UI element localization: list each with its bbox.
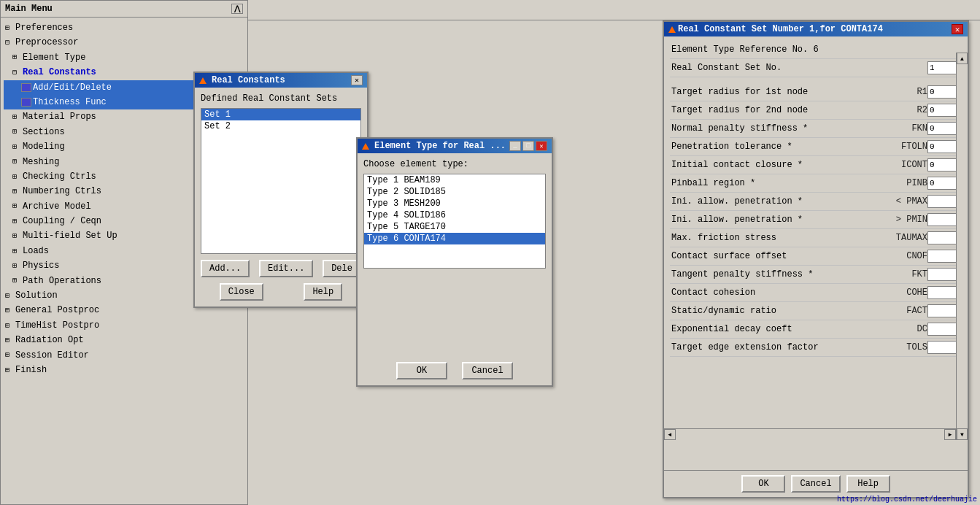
label-preprocessor: Preprocessor — [15, 35, 78, 50]
rc-action-buttons: Add... Edit... Dele — [201, 260, 361, 277]
et-type-5[interactable]: Type 5 TARGE170 — [364, 221, 545, 233]
icon-add-edit-delete — [21, 83, 31, 92]
et-ok-btn[interactable]: OK — [396, 362, 447, 379]
expander-checking-ctrls: ⊞ — [12, 171, 21, 183]
label-numbering-ctrls: Numbering Ctrls — [23, 184, 101, 198]
rcs-row-pinb: Pinball region * PINB — [670, 174, 962, 193]
et-close-btn[interactable]: ✕ — [536, 141, 547, 151]
rc-add-btn[interactable]: Add... — [201, 260, 250, 277]
label-archive-model: Archive Model — [23, 199, 91, 214]
label-checking-ctrls: Checking Ctrls — [23, 169, 96, 184]
expander-timehist-postpro: ⊞ — [5, 320, 14, 332]
label-loads: Loads — [23, 244, 49, 258]
sidebar-item-session-editor[interactable]: ⊞ Session Editor — [4, 348, 244, 363]
et-cancel-btn[interactable]: Cancel — [462, 362, 513, 379]
et-maximize-btn[interactable]: □ — [522, 141, 534, 151]
rcs-abbr-cnof: CNOF — [880, 251, 927, 261]
rcs-row-pmax: Ini. allow. penetration * < PMAX — [670, 193, 962, 211]
sidebar-item-preferences[interactable]: ⊞ Preferences — [4, 20, 244, 35]
main-menu-titlebar: Main Menu ⋀ — [1, 1, 247, 18]
sidebar-item-element-type[interactable]: ⊞ Element Type — [4, 50, 244, 65]
sidebar-item-radiation-opt[interactable]: ⊞ Radiation Opt — [4, 333, 244, 347]
rcs-label-r2: Target radius for 2nd node — [671, 105, 880, 115]
rcs-hscrollbar[interactable]: ◄ ► — [664, 428, 956, 440]
expander-coupling-ceqn: ⊞ — [12, 215, 21, 228]
expander-radiation-opt: ⊞ — [5, 334, 14, 347]
et-type-6[interactable]: Type 6 CONTA174 — [364, 233, 545, 244]
rcs-close-btn[interactable]: ✕ — [952, 24, 963, 34]
rcs-label-dc: Exponential decay coeft — [671, 324, 880, 334]
menu-collapse-btn[interactable]: ⋀ — [231, 4, 243, 14]
rc-bottom-buttons: Close Help — [201, 283, 361, 301]
et-type-3[interactable]: Type 3 MESH200 — [364, 198, 545, 209]
rcs-scrollbar[interactable]: ▲ ▼ — [956, 53, 968, 440]
expander-material-props: ⊞ — [12, 111, 21, 123]
et-type-2[interactable]: Type 2 SOLID185 — [364, 186, 545, 198]
rcs-label-cohe: Contact cohesion — [671, 288, 880, 298]
rcs-footer: OK Cancel Help — [664, 470, 968, 497]
sidebar-item-preprocessor[interactable]: ⊟ Preprocessor — [4, 35, 244, 50]
rcs-abbr-taumax: TAUMAX — [880, 233, 927, 243]
sidebar-item-finish[interactable]: ⊞ Finish — [4, 363, 244, 377]
rcs-abbr-dc: DC — [880, 324, 927, 334]
rcs-label-pmin: Ini. allow. penetration * — [671, 215, 880, 225]
rcs-ok-btn[interactable]: OK — [741, 475, 785, 493]
rcs-row-r2: Target radius for 2nd node R2 — [670, 101, 962, 120]
label-material-props: Material Props — [23, 109, 96, 124]
rcs-row-taumax: Max. friction stress TAUMAX — [670, 229, 962, 247]
et-type-1[interactable]: Type 1 BEAM189 — [364, 174, 545, 186]
rcs-label-ftoln: Penetration tolerance * — [671, 142, 880, 152]
sidebar-item-timehist-postpro[interactable]: ⊞ TimeHist Postpro — [4, 318, 244, 333]
expander-preferences: ⊞ — [5, 22, 14, 34]
rcs-row-fkn: Normal penalty stiffness * FKN — [670, 120, 962, 138]
rc-help-btn[interactable]: Help — [304, 283, 342, 301]
expander-element-type: ⊞ — [12, 51, 21, 63]
rcs-label-set-no: Real Constant Set No. — [671, 63, 880, 73]
real-constants-dialog: Real Constants ✕ Defined Real Constant S… — [193, 72, 369, 308]
main-menu-title: Main Menu — [5, 4, 53, 14]
real-constants-close-btn[interactable]: ✕ — [351, 75, 363, 85]
rcs-label-tols: Target edge extension factor — [671, 342, 880, 352]
et-label: Choose element type: — [363, 159, 546, 169]
rc-close-btn[interactable]: Close — [220, 283, 263, 301]
expander-physics: ⊞ — [12, 260, 21, 272]
rcs-label-taumax: Max. friction stress — [671, 233, 880, 243]
rcs-row-r1: Target radius for 1st node R1 — [670, 83, 962, 101]
et-type-4[interactable]: Type 4 SOLID186 — [364, 209, 545, 221]
rcs-row-cnof: Contact surface offset CNOF — [670, 247, 962, 266]
label-physics: Physics — [23, 258, 59, 273]
label-modeling: Modeling — [23, 139, 65, 154]
label-multi-field: Multi-field Set Up — [23, 228, 117, 243]
rcs-help-btn[interactable]: Help — [846, 475, 890, 493]
et-minimize-btn[interactable]: _ — [509, 141, 521, 151]
rcs-abbr-fact: FACT — [880, 306, 927, 316]
et-list-box[interactable]: Type 1 BEAM189 Type 2 SOLID185 Type 3 ME… — [363, 174, 546, 269]
rcs-row-tols: Target edge extension factor TOLS — [670, 339, 962, 357]
element-type-titlebar: Element Type for Real ... _ □ ✕ — [358, 139, 552, 153]
label-session-editor: Session Editor — [15, 348, 89, 363]
rcs-scroll-up-btn[interactable]: ▲ — [957, 53, 968, 64]
rcs-hscroll-left-btn[interactable]: ◄ — [664, 429, 676, 440]
ansys-logo-et — [362, 143, 369, 150]
rc-set-2[interactable]: Set 2 — [201, 120, 360, 132]
label-sections: Sections — [23, 125, 65, 139]
et-bottom-buttons: OK Cancel — [363, 362, 546, 379]
rcs-titlebar: Real Constant Set Number 1,for CONTA174 … — [664, 22, 968, 36]
label-radiation-opt: Radiation Opt — [15, 333, 84, 347]
rcs-row-ftoln: Penetration tolerance * FTOLN — [670, 138, 962, 156]
rc-set-1[interactable]: Set 1 — [201, 109, 360, 120]
et-spacer — [363, 274, 546, 362]
real-constants-title: Real Constants — [212, 75, 285, 85]
ansys-logo-rc — [199, 77, 207, 84]
rcs-scroll-down-btn[interactable]: ▼ — [957, 428, 968, 440]
rcs-hscroll-right-btn[interactable]: ► — [944, 429, 956, 440]
label-coupling-ceqn: Coupling / Ceqn — [23, 214, 101, 228]
rcs-abbr-fkn: FKN — [880, 123, 927, 134]
rcs-cancel-btn[interactable]: Cancel — [791, 475, 840, 493]
rc-edit-btn[interactable]: Edit... — [259, 260, 313, 277]
real-constants-titlebar: Real Constants ✕ — [195, 73, 367, 88]
label-thickness-func: Thickness Func — [33, 95, 107, 109]
rcs-abbr-tols: TOLS — [880, 342, 927, 352]
expander-loads: ⊞ — [12, 245, 21, 258]
rc-list-box[interactable]: Set 1 Set 2 — [201, 108, 361, 254]
